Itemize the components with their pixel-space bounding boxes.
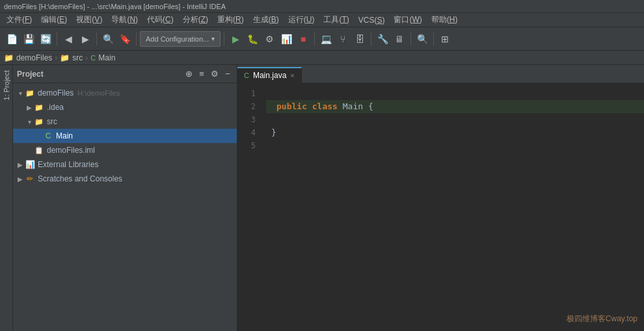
title-text: demoFiles [H:\demoFiles] - ...\src\Main.…: [4, 3, 226, 10]
search2-icon[interactable]: 🔍: [414, 31, 430, 47]
menu-window[interactable]: 窗口(W): [390, 13, 425, 27]
tree-label-idea: .idea: [47, 103, 64, 112]
toolbar: 📄 💾 🔄 ◀ ▶ 🔍 🔖 Add Configuration... ▾ ▶ 🐛…: [0, 27, 644, 51]
search-icon[interactable]: 🔍: [100, 31, 116, 47]
sidebar-project-label[interactable]: 1: Project: [1, 65, 12, 105]
separator-1: [57, 33, 57, 46]
tab-label: Main.java: [253, 71, 286, 80]
scratch-icon: ✏: [25, 174, 35, 184]
tree-label-demofiles: demoFiles: [38, 88, 74, 98]
project-panel-title: Project: [17, 70, 44, 79]
panel-add-button[interactable]: ⊕: [183, 69, 194, 79]
close-brace: }: [271, 127, 276, 137]
open-brace: {: [368, 101, 373, 111]
tree-label-extlibs: External Libraries: [38, 160, 98, 169]
menu-bar: 文件(F) 编辑(E) 视图(V) 导航(N) 代码(C) 分析(Z) 重构(R…: [0, 13, 644, 27]
terminal-icon[interactable]: 💻: [318, 31, 334, 47]
arrow-demofiles: ▾: [16, 90, 25, 97]
folder-icon-src: 📁: [34, 116, 44, 127]
breadcrumb-folder-icon: 📁: [4, 53, 14, 62]
panel-close-button[interactable]: −: [222, 69, 233, 79]
tree-item-main[interactable]: ▶ C Main: [13, 129, 237, 143]
menu-edit[interactable]: 编辑(E): [37, 13, 71, 27]
code-line-2: public class Main {: [266, 100, 644, 113]
watermark: 极四维博客Cway.top: [567, 313, 637, 324]
title-bar: demoFiles [H:\demoFiles] - ...\src\Main.…: [0, 0, 644, 13]
stop-icon[interactable]: ■: [295, 31, 311, 47]
menu-file[interactable]: 文件(F): [3, 13, 36, 27]
debug-icon[interactable]: 🐛: [245, 31, 260, 47]
panel-sort-button[interactable]: ≡: [196, 69, 207, 79]
profile-icon[interactable]: 📊: [278, 31, 294, 47]
code-line-3: [266, 113, 644, 126]
code-line-4: }: [266, 126, 644, 139]
separator-3: [136, 33, 137, 46]
breadcrumb-project[interactable]: demoFiles: [16, 53, 52, 62]
tab-java-icon: C: [244, 72, 249, 79]
tree-label-scratches: Scratches and Consoles: [38, 174, 122, 183]
git-icon[interactable]: ⑂: [335, 31, 351, 47]
settings-icon[interactable]: ⊞: [437, 31, 453, 47]
project-tree: ▾ 📁 demoFiles H:\demoFiles ▶ 📁 .idea ▾ 📁…: [13, 83, 237, 331]
menu-run[interactable]: 运行(U): [284, 13, 319, 27]
tab-main-java[interactable]: C Main.java ×: [237, 67, 302, 83]
menu-view[interactable]: 视图(V): [72, 13, 106, 27]
menu-help[interactable]: 帮助(H): [427, 13, 462, 27]
run-config-icon[interactable]: ⚙: [262, 31, 277, 47]
menu-refactor[interactable]: 重构(R): [213, 13, 248, 27]
back-icon[interactable]: ◀: [60, 31, 76, 47]
save-icon[interactable]: 💾: [21, 31, 36, 47]
menu-vcs[interactable]: VCS(S): [355, 14, 389, 26]
menu-code[interactable]: 代码(C): [143, 13, 178, 27]
separator-7: [410, 33, 411, 46]
panel-actions: ⊕ ≡ ⚙ −: [183, 69, 233, 79]
separator-8: [433, 33, 434, 46]
tree-label-src: src: [47, 117, 57, 126]
tree-item-iml[interactable]: ▶ 📋 demoFiles.iml: [13, 143, 237, 157]
database-icon[interactable]: 🗄: [352, 31, 368, 47]
tree-item-extlibs[interactable]: ▶ 📊 External Libraries: [13, 157, 237, 172]
line-numbers: 1 2 3 4 5: [237, 83, 261, 331]
forward-icon[interactable]: ▶: [77, 31, 93, 47]
config-dropdown-icon: ▾: [211, 35, 215, 42]
editor-tabs: C Main.java ×: [237, 65, 644, 83]
tree-path-demofiles: H:\demoFiles: [77, 89, 120, 97]
breadcrumb-main-icon: C: [90, 54, 96, 62]
menu-analyze[interactable]: 分析(Z): [179, 13, 212, 27]
breadcrumb-sep-2: ›: [85, 53, 88, 62]
menu-tools[interactable]: 工具(T): [319, 13, 353, 27]
java-icon-main: C: [43, 131, 53, 141]
project-panel: Project ⊕ ≡ ⚙ − ▾ 📁 demoFiles H:\demoFil…: [13, 65, 237, 331]
bookmark-icon[interactable]: 🔖: [117, 31, 133, 47]
menu-navigate[interactable]: 导航(N): [107, 13, 142, 27]
editor-area: C Main.java × 1 2 3 4 5 public class Mai…: [237, 65, 644, 331]
tab-close-button[interactable]: ×: [290, 72, 294, 79]
separator-6: [371, 33, 371, 46]
code-line-5: [266, 139, 644, 152]
code-line-1: [266, 87, 644, 100]
menu-build[interactable]: 生成(B): [249, 13, 283, 27]
new-file-icon[interactable]: 📄: [4, 31, 20, 47]
run-icon[interactable]: ▶: [228, 31, 243, 47]
editor-content[interactable]: 1 2 3 4 5 public class Main { }: [237, 83, 644, 331]
add-configuration-button[interactable]: Add Configuration... ▾: [140, 31, 221, 47]
tree-label-main: Main: [56, 131, 73, 140]
breadcrumb-main[interactable]: Main: [98, 53, 115, 62]
keyword-public: public: [276, 101, 307, 111]
class-name-main: Main: [343, 101, 363, 111]
sync-icon[interactable]: 🔄: [38, 31, 53, 47]
breadcrumb-src[interactable]: src: [72, 53, 83, 62]
tree-label-iml: demoFiles.iml: [47, 146, 95, 155]
arrow-scratches: ▶: [16, 176, 25, 183]
tree-item-scratches[interactable]: ▶ ✏ Scratches and Consoles: [13, 172, 237, 186]
tree-item-src[interactable]: ▾ 📁 src: [13, 114, 237, 129]
monitor-icon[interactable]: 🖥: [392, 31, 407, 47]
panel-settings-button[interactable]: ⚙: [209, 69, 220, 79]
code-area[interactable]: public class Main { }: [261, 83, 644, 331]
tree-item-demofiles[interactable]: ▾ 📁 demoFiles H:\demoFiles: [13, 86, 237, 100]
wrench-icon[interactable]: 🔧: [375, 31, 390, 47]
tree-item-idea[interactable]: ▶ 📁 .idea: [13, 100, 237, 114]
breadcrumb-sep-1: ›: [55, 53, 57, 62]
iml-icon: 📋: [34, 145, 44, 155]
project-panel-header: Project ⊕ ≡ ⚙ −: [13, 65, 237, 83]
